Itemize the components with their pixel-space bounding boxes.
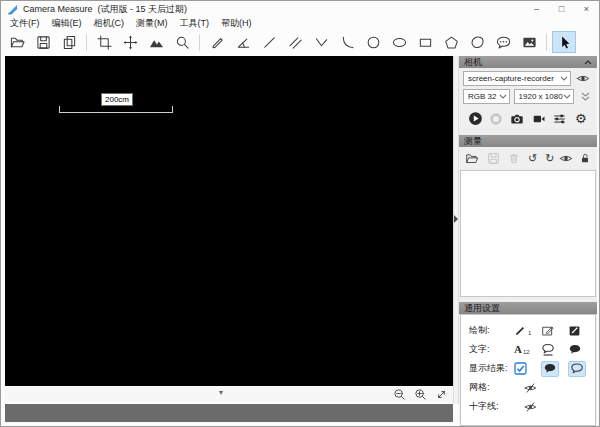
result-bubble-filled-toggle[interactable]: [541, 361, 568, 377]
camera-preview-eye-button[interactable]: [575, 71, 591, 86]
crosshair-label: 十字线:: [469, 400, 524, 413]
snapshot-camera-button[interactable]: [508, 110, 526, 128]
settings-header-label: 通用设置: [464, 302, 500, 315]
crosshair-visibility-toggle[interactable]: [524, 401, 551, 413]
status-bar: [5, 404, 453, 422]
show-results-label: 显示结果:: [469, 362, 514, 375]
record-video-button[interactable]: [530, 110, 548, 128]
font-style-button[interactable]: A12: [514, 344, 541, 355]
undo-button[interactable]: ↺: [528, 153, 537, 164]
pen-size-value: 1: [528, 330, 531, 336]
measure-delete-button[interactable]: [508, 152, 520, 165]
pixel-format-select[interactable]: RGB 32: [463, 89, 510, 104]
open-file-button[interactable]: [5, 31, 29, 53]
menu-file[interactable]: 文件(F): [4, 17, 46, 30]
titlebar: Camera Measure (试用版 - 15 天后过期) – □ ×: [1, 1, 599, 17]
resolution-select[interactable]: 1920 x 1080: [514, 89, 574, 104]
copy-button[interactable]: [57, 31, 81, 53]
crosshair-row: 十字线:: [469, 397, 595, 416]
general-settings-section: 通用设置 绘制: 1 文字: A12: [459, 302, 597, 426]
measurement-line[interactable]: [59, 107, 173, 113]
snapshot-image-button[interactable]: [144, 31, 168, 53]
redo-button[interactable]: ↻: [545, 153, 554, 164]
result-bubble-outline-toggle[interactable]: [568, 361, 595, 377]
pencil-tool-button[interactable]: [205, 31, 229, 53]
camera-section: 相机 screen-capture-recorder RGB 32: [459, 56, 597, 131]
window-title: Camera Measure (试用版 - 15 天后过期): [23, 3, 187, 16]
freeform-polygon-tool-button[interactable]: [465, 31, 489, 53]
camera-device-value: screen-capture-recorder: [468, 74, 560, 83]
measure-lock-button[interactable]: [579, 152, 591, 165]
eye-slash-icon: [524, 401, 537, 413]
camera-header-label: 相机: [464, 56, 482, 69]
text-label: 文字:: [469, 343, 514, 356]
pan-move-button[interactable]: [118, 31, 142, 53]
angle-tool-button[interactable]: [231, 31, 255, 53]
fit-expand-button[interactable]: [434, 387, 449, 402]
label-bubble-filled-button[interactable]: [568, 344, 595, 356]
chevron-up-icon[interactable]: [584, 60, 592, 65]
close-button[interactable]: ×: [574, 1, 599, 17]
ellipse-tool-button[interactable]: [387, 31, 411, 53]
collapse-panel-button[interactable]: ▾: [219, 388, 223, 397]
text-settings-row: 文字: A12: [469, 340, 595, 359]
menu-help[interactable]: 帮助(H): [215, 17, 258, 30]
settings-section-header: 通用设置: [459, 302, 597, 314]
stop-button[interactable]: [487, 110, 505, 128]
menu-camera[interactable]: 相机(C): [88, 17, 131, 30]
font-letter-icon: A: [514, 344, 522, 355]
label-bubble-outline-button[interactable]: [541, 343, 568, 357]
measure-save-button[interactable]: [487, 152, 500, 165]
magnifier-button[interactable]: [170, 31, 194, 53]
crop-button[interactable]: [92, 31, 116, 53]
measure-section-header: 测量: [459, 135, 597, 147]
menu-measure[interactable]: 测量(M): [130, 17, 174, 30]
show-results-checkbox[interactable]: [514, 362, 541, 375]
resolution-value: 1920 x 1080: [519, 92, 563, 101]
app-logo-icon: [7, 4, 18, 15]
grid-visibility-toggle[interactable]: [524, 382, 551, 394]
maximize-button[interactable]: □: [549, 1, 574, 17]
menu-edit[interactable]: 编辑(E): [46, 17, 88, 30]
picture-tool-button[interactable]: [517, 31, 541, 53]
pixel-format-value: RGB 32: [468, 92, 499, 101]
pen-style-button[interactable]: 1: [514, 324, 541, 337]
font-size-value: 12: [523, 349, 530, 355]
camera-device-select[interactable]: screen-capture-recorder: [463, 71, 571, 86]
line-tool-button[interactable]: [257, 31, 281, 53]
menu-tools[interactable]: 工具(T): [174, 17, 216, 30]
redo-icon: ↻: [545, 153, 554, 164]
app-window: Camera Measure (试用版 - 15 天后过期) – □ × 文件(…: [0, 0, 600, 427]
comment-bubble-tool-button[interactable]: [491, 31, 515, 53]
measure-open-button[interactable]: [465, 152, 479, 165]
rectangle-tool-button[interactable]: [413, 31, 437, 53]
double-chevron-down-icon[interactable]: [578, 89, 593, 104]
circle-tool-button[interactable]: [361, 31, 385, 53]
draw-label: 绘制:: [469, 324, 514, 337]
measurement-label[interactable]: 200cm: [101, 93, 133, 106]
measure-section: 测量 ↺ ↻: [459, 135, 597, 297]
settings-gear-button[interactable]: ⚙: [572, 110, 590, 128]
pentagon-tool-button[interactable]: [439, 31, 463, 53]
chevron-down-icon: [560, 76, 568, 81]
zoom-in-button[interactable]: [413, 387, 428, 402]
grid-row: 网格:: [469, 378, 595, 397]
measure-visibility-eye-button[interactable]: [559, 153, 573, 164]
arc-tool-button[interactable]: [335, 31, 359, 53]
play-button[interactable]: [466, 110, 484, 128]
polyline-tool-button[interactable]: [309, 31, 333, 53]
save-button[interactable]: [31, 31, 55, 53]
zoom-out-button[interactable]: [392, 387, 407, 402]
minimize-button[interactable]: –: [524, 1, 549, 17]
menubar: 文件(F) 编辑(E) 相机(C) 测量(M) 工具(T) 帮助(H): [1, 17, 599, 29]
edit-shape-button[interactable]: [541, 324, 568, 337]
side-panel: 相机 screen-capture-recorder RGB 32: [459, 56, 597, 422]
video-canvas[interactable]: 200cm: [5, 56, 453, 386]
select-cursor-button[interactable]: [552, 31, 576, 53]
splitter-arrow-icon[interactable]: [454, 215, 458, 223]
adjustments-sliders-button[interactable]: [551, 110, 569, 128]
measurement-list[interactable]: [460, 170, 596, 297]
fill-shape-button[interactable]: [568, 324, 595, 337]
parallel-lines-tool-button[interactable]: [283, 31, 307, 53]
measure-header-label: 测量: [464, 135, 482, 148]
